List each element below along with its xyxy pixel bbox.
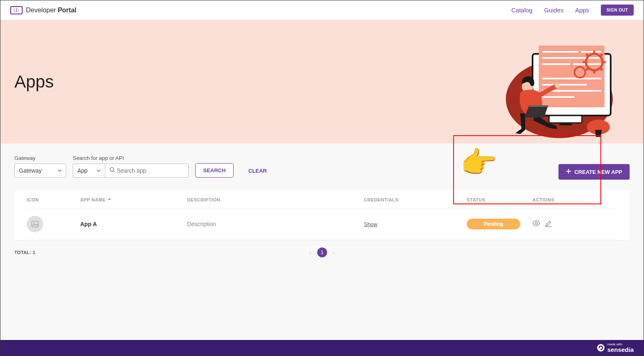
top-nav: Catalog Guides Apps SIGN OUT xyxy=(511,5,634,16)
sort-asc-icon xyxy=(107,197,111,202)
brand-text: Developer Portal xyxy=(26,7,76,14)
search-button[interactable]: SEARCH xyxy=(195,163,234,178)
th-description: DESCRIPTION xyxy=(187,197,364,202)
logo-icon xyxy=(10,6,23,14)
nav-apps[interactable]: Apps xyxy=(575,7,589,14)
svg-line-20 xyxy=(114,171,115,173)
th-status: STATUS xyxy=(467,197,533,202)
gateway-label: Gateway xyxy=(14,155,66,161)
create-new-app-button[interactable]: CREATE NEW APP xyxy=(558,164,630,180)
view-details-icon[interactable] xyxy=(533,220,540,229)
svg-rect-14 xyxy=(549,116,582,123)
clear-button[interactable]: CLEAR xyxy=(243,164,272,178)
chevron-down-icon xyxy=(58,167,62,174)
th-actions: ACTIONS xyxy=(533,197,582,202)
nav-guides[interactable]: Guides xyxy=(544,7,564,14)
nav-catalog[interactable]: Catalog xyxy=(511,7,533,14)
th-credentials: CREDENTIALS xyxy=(364,197,467,202)
table-header-row: ICON APP NAME DESCRIPTION CREDENTIALS ST… xyxy=(27,190,617,208)
hero-banner: Apps xyxy=(0,20,644,143)
app-name-cell[interactable]: App A xyxy=(80,221,187,227)
pager-page-1[interactable]: 1 xyxy=(317,247,327,257)
gateway-select[interactable]: Gateway xyxy=(14,164,66,178)
svg-rect-15 xyxy=(559,123,572,125)
search-icon xyxy=(109,167,115,174)
chevron-down-icon xyxy=(97,167,101,174)
app-icon-cell xyxy=(27,216,80,232)
pagination-row: TOTAL: 1 ‹ 1 › xyxy=(0,240,644,265)
pager-prev[interactable]: ‹ xyxy=(309,249,311,256)
app-credentials-cell: Show xyxy=(364,220,467,228)
app-placeholder-icon xyxy=(27,216,43,232)
sign-out-button[interactable]: SIGN OUT xyxy=(601,5,634,16)
svg-point-19 xyxy=(110,168,114,171)
apps-table-card: ICON APP NAME DESCRIPTION CREDENTIALS ST… xyxy=(14,190,630,240)
hero-illustration xyxy=(496,25,619,140)
search-input-wrap xyxy=(105,164,189,178)
table-row: App A Description Show Pending xyxy=(27,208,617,240)
search-label: Search for app or API xyxy=(73,155,189,161)
footer: made with sensedia xyxy=(0,340,644,356)
gateway-filter: Gateway Gateway xyxy=(14,155,66,178)
edit-icon[interactable] xyxy=(545,220,552,229)
top-header: Developer Portal Catalog Guides Apps SIG… xyxy=(0,0,644,20)
logo-area[interactable]: Developer Portal xyxy=(10,6,76,14)
search-type-select[interactable]: App xyxy=(73,164,105,178)
svg-rect-23 xyxy=(32,221,38,227)
th-app-name[interactable]: APP NAME xyxy=(80,197,187,202)
pager-next[interactable]: › xyxy=(333,249,335,256)
pager: ‹ 1 › xyxy=(309,247,334,257)
app-description-cell: Description xyxy=(187,221,364,227)
footer-brand[interactable]: made with sensedia xyxy=(597,343,634,353)
total-count: TOTAL: 1 xyxy=(14,250,35,255)
filter-bar: Gateway Gateway Search for app or API Ap… xyxy=(0,143,644,185)
app-status-cell: Pending xyxy=(467,219,533,229)
svg-point-17 xyxy=(555,83,560,88)
th-icon: ICON xyxy=(27,197,80,202)
search-filter: Search for app or API App xyxy=(73,155,189,178)
status-badge: Pending xyxy=(467,219,520,229)
plus-icon xyxy=(566,169,571,175)
svg-point-25 xyxy=(535,222,537,224)
search-input[interactable] xyxy=(115,164,184,177)
show-credentials-link[interactable]: Show xyxy=(364,221,378,227)
svg-point-27 xyxy=(597,344,605,351)
app-actions-cell xyxy=(533,220,582,229)
page-title: Apps xyxy=(14,72,54,92)
